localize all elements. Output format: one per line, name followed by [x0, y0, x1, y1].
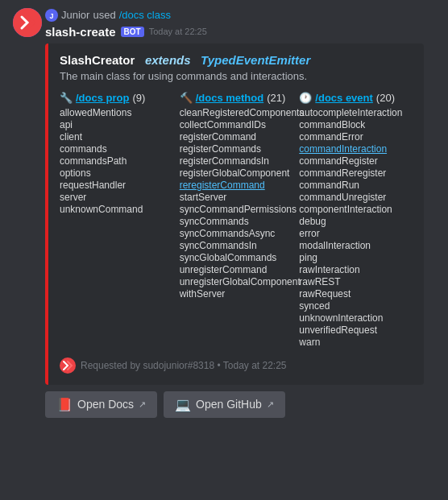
message-header: slash-create BOT Today at 22:25: [13, 25, 435, 39]
prop-items: allowedMentions api client commands comm…: [60, 107, 173, 215]
embed-fields: 🔧 /docs prop (9) allowedMentions api cli…: [60, 92, 413, 348]
list-item: client: [60, 131, 173, 143]
list-item: rawRequest: [299, 288, 413, 300]
list-item: syncGlobalCommands: [180, 252, 293, 263]
list-item: unverifiedRequest: [299, 324, 413, 336]
list-item: commandsPath: [60, 155, 173, 167]
list-item: commands: [60, 143, 173, 155]
embed-container: SlashCreator extends TypedEventEmitter T…: [45, 43, 424, 385]
list-item: synced: [299, 300, 413, 312]
methods-field: 🔨 /docs method (21) cleanRegisteredCompo…: [180, 92, 293, 348]
open-docs-button[interactable]: 📕 Open Docs ↗: [45, 391, 157, 418]
list-item: debug: [299, 216, 413, 227]
events-field: 🕐 /docs event (20) autocompleteInteracti…: [299, 92, 413, 348]
list-item: unregisterGlobalComponent: [180, 276, 293, 287]
list-item: commandUnregister: [299, 192, 413, 203]
prop-count: (9): [132, 92, 145, 104]
list-item: error: [299, 228, 413, 239]
bot-avatar: [13, 8, 42, 37]
list-item: unknownInteraction: [299, 312, 413, 324]
list-item: registerCommand: [180, 131, 293, 143]
github-external-icon: ↗: [267, 399, 274, 410]
buttons-row: 📕 Open Docs ↗ 💻 Open GitHub ↗: [45, 391, 435, 418]
list-item: allowedMentions: [60, 107, 173, 118]
footer-avatar: [60, 357, 76, 374]
github-icon: 💻: [175, 397, 191, 412]
events-header: 🕐 /docs event (20): [299, 92, 413, 104]
chat-container: J Junior used /docs class slash-create B…: [0, 0, 448, 431]
command-used-text: used: [93, 9, 115, 21]
list-item: commandReregister: [299, 167, 413, 179]
list-item: syncCommandPermissions: [180, 204, 293, 215]
props-field: 🔧 /docs prop (9) allowedMentions api cli…: [60, 92, 173, 348]
docs-external-icon: ↗: [139, 399, 146, 410]
username-header: slash-create BOT Today at 22:25: [45, 25, 207, 39]
event-items: autocompleteInteraction commandBlock com…: [299, 107, 413, 348]
list-item: syncCommands: [180, 216, 293, 227]
props-header: 🔧 /docs prop (9): [60, 92, 173, 104]
command-used-row: J Junior used /docs class: [13, 8, 435, 22]
event-icon: 🕐: [299, 92, 312, 104]
embed-class-name: SlashCreator: [60, 53, 135, 67]
list-item: server: [60, 192, 173, 203]
list-item: commandBlock: [299, 119, 413, 130]
list-item: collectCommandIDs: [180, 119, 293, 130]
list-item: ping: [299, 252, 413, 263]
list-item: registerGlobalComponent: [180, 167, 293, 179]
list-item: requestHandler: [60, 180, 173, 191]
github-label: Open GitHub: [196, 398, 262, 411]
list-item: options: [60, 167, 173, 179]
docs-icon: 📕: [56, 397, 73, 412]
list-item: commandRun: [299, 180, 413, 191]
method-items: cleanRegisteredComponents collectCommand…: [180, 107, 293, 300]
prop-label[interactable]: /docs prop: [76, 92, 129, 104]
list-item: commandInteraction: [299, 143, 413, 155]
footer-text: Requested by sudojunior#8318 • Today at …: [81, 360, 287, 371]
method-count: (21): [267, 92, 285, 104]
list-item: unregisterCommand: [180, 264, 293, 275]
docs-label: Open Docs: [77, 398, 134, 411]
list-item: withServer: [180, 288, 293, 300]
open-github-button[interactable]: 💻 Open GitHub ↗: [164, 391, 285, 418]
embed-description: The main class for using commands and in…: [60, 70, 413, 82]
embed-footer: Requested by sudojunior#8318 • Today at …: [60, 357, 413, 374]
prop-icon: 🔧: [60, 92, 73, 104]
list-item: autocompleteInteraction: [299, 107, 413, 118]
bot-username: slash-create: [45, 25, 116, 39]
list-item: startServer: [180, 192, 293, 203]
embed-title: SlashCreator extends TypedEventEmitter: [60, 53, 413, 67]
avatar: [13, 8, 42, 37]
list-item: modalInteraction: [299, 240, 413, 251]
list-item: warn: [299, 337, 413, 348]
method-label[interactable]: /docs method: [196, 92, 264, 104]
list-item: rawInteraction: [299, 264, 413, 275]
list-item: syncCommandsAsync: [180, 228, 293, 239]
methods-header: 🔨 /docs method (21): [180, 92, 293, 104]
bot-tag: BOT: [121, 27, 144, 37]
message-timestamp: Today at 22:25: [149, 27, 207, 36]
list-item: commandError: [299, 131, 413, 143]
svg-text:J: J: [49, 11, 53, 19]
list-item: cleanRegisteredComponents: [180, 107, 293, 118]
list-item: componentInteraction: [299, 204, 413, 215]
list-item: syncCommandsIn: [180, 240, 293, 251]
event-count: (20): [376, 92, 395, 104]
embed-parent-class: TypedEventEmitter: [201, 53, 310, 67]
list-item: commandRegister: [299, 155, 413, 167]
list-item: rawREST: [299, 276, 413, 287]
method-icon: 🔨: [180, 92, 193, 104]
command-link[interactable]: /docs class: [119, 9, 171, 21]
junior-icon: J: [45, 8, 58, 22]
list-item: unknownCommand: [60, 204, 173, 215]
list-item: api: [60, 119, 173, 130]
list-item: registerCommands: [180, 143, 293, 155]
list-item: registerCommandsIn: [180, 155, 293, 167]
list-item: reregisterCommand: [180, 180, 293, 191]
embed-extends: extends: [145, 53, 191, 67]
command-used-username: Junior: [61, 9, 89, 21]
event-label[interactable]: /docs event: [315, 92, 373, 104]
